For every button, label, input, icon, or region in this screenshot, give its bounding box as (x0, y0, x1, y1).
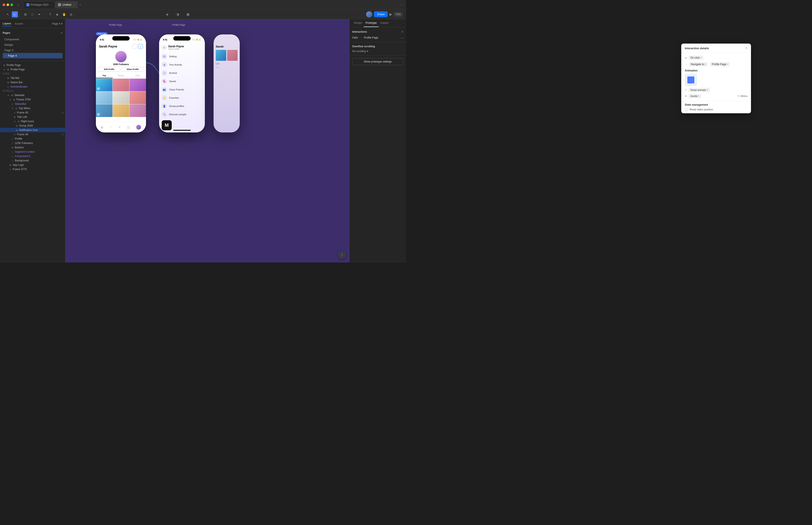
comment-tool[interactable]: ◎ (68, 11, 74, 17)
library-icon[interactable]: ▣ (185, 11, 191, 17)
layer-right-icons[interactable]: ▾ ⊟ Right Icons (0, 119, 65, 123)
layer-status-bar[interactable]: ⊞ Status Bar (0, 80, 65, 85)
phone1-statusbar: 9:41 ▋▋▋ 📶 🔋 (96, 34, 146, 43)
interaction-arrow: → (359, 36, 362, 39)
phone-frame-1[interactable]: 9:41 ▋▋▋ 📶 🔋 Sarah Payne + ≡ (96, 34, 146, 133)
interaction-remove-button[interactable]: — (400, 36, 403, 40)
layer-top-menu[interactable]: ▾ ⊟ Top Menu (0, 106, 65, 110)
layer-frame-3770[interactable]: ≡ Frame 3770 (0, 167, 65, 171)
share-profile-button[interactable]: Share Profile (122, 67, 144, 72)
home-icon[interactable]: ⌂ (16, 2, 21, 7)
layer-statusbar[interactable]: ◇ StatusBar (0, 102, 65, 106)
menu-item-favorites[interactable]: ⭐ Favorites › (159, 94, 205, 102)
tool-group-left: ↖ ▷ (3, 11, 19, 17)
add-interaction-button[interactable]: + (401, 30, 403, 34)
overflow-value[interactable]: No scrolling ▾ (352, 50, 403, 53)
layer-home-indicator[interactable]: ◇ HomeIndicator (0, 85, 65, 89)
nav-avatar-icon[interactable] (136, 125, 141, 130)
layer-notification-icon[interactable]: ⊞ Notification Icon (0, 128, 65, 132)
layer-skewdat[interactable]: ▾ ⊞ Skewdat (0, 93, 65, 97)
menu-item-archive[interactable]: ◻ Archive › (159, 69, 205, 77)
tab-inspect[interactable]: Inspect (379, 19, 390, 27)
interactions-section: Interactions + Click → Profile Page — (350, 27, 406, 42)
hand-tool[interactable]: ✋ (61, 11, 67, 17)
page-item-component[interactable]: Component (3, 36, 62, 42)
menu-item-close-friends[interactable]: 👥 Close Friends › (159, 85, 205, 94)
tab-prototype-label: Prototype 2023 (31, 3, 48, 6)
menu-item-saved[interactable]: 🔖 Saved › (159, 77, 205, 85)
frame-tool[interactable]: ⊞ (23, 11, 29, 17)
tab-untitled[interactable]: Untitled × (55, 1, 77, 8)
close-window-btn[interactable] (3, 3, 5, 6)
layer-buttons[interactable]: ⊟ Buttons (0, 145, 65, 150)
layer-frame-45[interactable]: ≡ Frame 45 ⊡ (0, 110, 65, 115)
move-tool[interactable]: ↖ (5, 11, 11, 17)
nav-chart-icon[interactable]: ◫ (127, 125, 130, 129)
menu-item-group-profiles[interactable]: 👤 Group profiles › (159, 102, 205, 110)
nav-home-icon[interactable]: ⌂ (101, 125, 103, 129)
phone1-menu-icon[interactable]: ≡ (138, 44, 143, 49)
toolbar: ↖ ▷ ⊞ □ ✒ T ◈ ✋ ◎ ◈ ◑ ▣ Share ▶ 76% (0, 10, 406, 19)
menu-close-btn[interactable]: × (162, 45, 166, 50)
label-fixed: FIXED (0, 72, 65, 76)
play-button[interactable]: ▶ (389, 12, 392, 16)
nav-heart-icon[interactable]: ♡ (109, 125, 112, 129)
page-item-design[interactable]: Design (3, 42, 62, 47)
menu-group-icon: 👤 (162, 104, 167, 109)
help-button[interactable]: ? (338, 251, 346, 259)
theme-icon[interactable]: ◑ (175, 11, 181, 17)
page-item-page4[interactable]: ✓ Page 4 (3, 53, 62, 58)
layers-tab[interactable]: Layers (3, 21, 11, 26)
pen-tool[interactable]: ✒ (36, 11, 43, 17)
maximize-window-btn[interactable] (11, 3, 13, 6)
layer-frame-46[interactable]: ≡ Frame 46 ⊡ (0, 132, 65, 137)
layer-title-left[interactable]: ⊟ Title Left (0, 115, 65, 119)
plugin-icon[interactable]: ◈ (164, 11, 170, 17)
show-prototype-settings-button[interactable]: Show prototype settings (352, 58, 403, 65)
layer-103k-followers[interactable]: □ 103K Followers (0, 141, 65, 145)
page-item-page3[interactable]: Page 3 (3, 47, 62, 53)
tab-design[interactable]: Design (352, 19, 364, 27)
menu-item-activity[interactable]: ◈ Your Activity › (159, 61, 205, 69)
minimize-window-btn[interactable] (6, 3, 9, 6)
tab-prototype-2023[interactable]: Prototype 2023 × (24, 1, 55, 8)
layer-tab-bar[interactable]: ⊞ Tab Bar (0, 76, 65, 80)
add-tab-button[interactable]: + (78, 1, 83, 8)
more-menu-button[interactable]: ··· (399, 3, 403, 7)
layer-group-3030[interactable]: ⊟ Group 3030 (0, 123, 65, 128)
canvas[interactable]: Profile Page Profile Page Flow 1 ▶ 9:41 … (65, 19, 349, 262)
select-tool[interactable]: ▷ (12, 11, 18, 17)
nav-add-icon[interactable]: + (119, 125, 120, 129)
phone-frame-2[interactable]: 9:41 ▋▋▋ 📶 🔋 × Sarah Payne Show Profile (159, 34, 205, 133)
layers-section[interactable]: ⊞ Profile Page ▾ ⊞ Profile Page FIXED ⊞ … (0, 61, 65, 262)
layer-component-2[interactable]: ◇ Component 2 (0, 154, 65, 159)
phone1-add-icon[interactable]: + (132, 44, 137, 49)
share-button[interactable]: Share (374, 11, 388, 17)
assets-tab[interactable]: Assets (15, 21, 23, 26)
layer-profile-page-1[interactable]: ⊞ Profile Page (0, 63, 65, 67)
menu-friends-icon: 👥 (162, 87, 167, 92)
component-tool[interactable]: ◈ (54, 11, 60, 17)
menu-item-discover[interactable]: 🔍 Discover people › (159, 110, 205, 119)
layer-segment-control[interactable]: ◇ Segment Control (0, 150, 65, 154)
layer-profile[interactable]: □ Profile (0, 137, 65, 141)
page-indicator[interactable]: Page 4 ▾ (52, 22, 62, 25)
tab-untitled-close[interactable]: × (73, 4, 75, 6)
phone1-tab-recent[interactable]: Recent (113, 73, 130, 78)
shape-tool[interactable]: □ (29, 11, 35, 17)
layer-app-logo[interactable]: ⊞ App Logo (0, 163, 65, 167)
layer-background[interactable]: □ Background (0, 159, 65, 163)
zoom-control[interactable]: 76% (394, 12, 402, 17)
tab-prototype[interactable]: Prototype (364, 19, 378, 27)
phone1-tab-short[interactable]: Short (129, 73, 146, 78)
add-page-button[interactable]: + (61, 31, 62, 35)
layer-frame-3750[interactable]: ▾ ⊞ Frame 3750 (0, 97, 65, 102)
layer-profile-page-2[interactable]: ▾ ⊞ Profile Page (0, 67, 65, 72)
text-tool[interactable]: T (47, 11, 53, 17)
menu-item-setting[interactable]: ⚙ Setting › (159, 52, 205, 61)
label-phone2-top: Profile Page (172, 24, 185, 26)
tab-prototype-close[interactable]: × (50, 4, 52, 6)
phone1-tab-top[interactable]: Top (96, 73, 113, 78)
grid-item-2 (113, 79, 129, 91)
edit-profile-button[interactable]: Edit Profile (98, 67, 120, 72)
